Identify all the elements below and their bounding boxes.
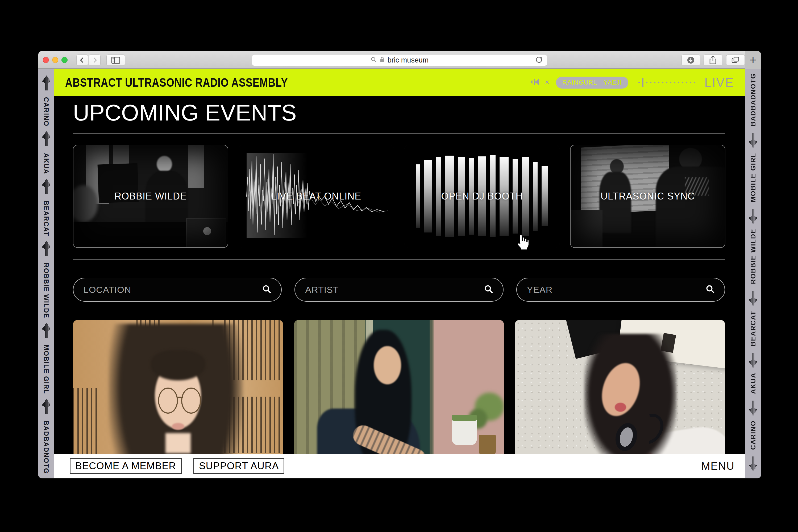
ticker-item: BEARCAT [749,310,757,346]
new-tab-button[interactable]: + [745,51,761,69]
event-card-live-beat-online[interactable]: LIVE BEAT ONLINE [239,145,394,248]
address-bar[interactable]: bric museum [252,54,547,66]
arrow-down-icon [749,131,757,148]
now-playing-pill[interactable]: RAINGURL - YAEJI [556,77,628,89]
sidebar-toggle-button[interactable] [107,55,125,66]
artist-photo-1[interactable] [73,320,283,454]
speaker-icon[interactable] [531,77,542,88]
page-viewport: ABSTRACT ULTRASONIC RADIO ASSEMBLY ✕ RAI… [38,69,761,478]
artist-photo-2[interactable] [294,320,504,454]
forward-button[interactable] [89,55,100,66]
downloads-button[interactable] [682,55,700,66]
ticker-item: AKUA [42,153,50,174]
arrow-down-icon [749,398,757,416]
back-button[interactable] [76,55,88,66]
event-card-ultrasonic-sync[interactable]: ULTRASONIC SYNC [570,145,725,248]
progress-dots[interactable] [639,78,695,87]
chevron-left-icon [79,57,86,63]
main-content: UPCOMING EVENTS ROBBIE WILDE [73,69,725,478]
search-icon[interactable] [484,284,493,295]
download-icon [686,56,695,65]
chevron-right-icon [91,57,98,63]
sidebar-panel-icon [110,55,121,65]
year-filter [516,278,725,302]
share-icon [708,55,717,65]
ticker-item: ROBBIE WILDE [749,228,757,284]
arrow-down-icon [749,207,757,224]
ticker-item: AKUA [749,373,757,394]
close-window-button[interactable] [43,57,49,63]
year-input[interactable] [527,284,705,295]
arrow-up-icon [42,241,50,258]
event-card-label: ROBBIE WILDE [73,145,228,247]
tabs-icon [731,56,740,65]
arrow-up-icon [42,399,50,416]
ticker-item: BEARCAT [42,201,50,236]
reload-icon[interactable] [535,56,543,65]
ticker-item: CARINO [42,97,50,127]
location-input[interactable] [83,284,262,295]
event-card-label: ULTRASONIC SYNC [571,145,725,247]
player-controls: ✕ RAINGURL - YAEJI LIVE [531,75,734,90]
arrow-up-icon [42,131,50,148]
artist-photo-row [73,320,725,454]
hand-cursor [514,234,529,251]
ticker-item: MOBILE GIRL [42,345,50,394]
ticker-item: ROBBIE WILDE [42,263,50,318]
window-controls [43,51,68,69]
site-title: ABSTRACT ULTRASONIC RADIO ASSEMBLY [65,75,288,90]
mute-x-icon: ✕ [545,79,550,86]
become-member-button[interactable]: BECOME A MEMBER [70,458,182,474]
artist-filter [294,278,503,302]
divider [73,259,725,260]
location-filter [73,278,282,302]
search-icon[interactable] [262,284,271,295]
ticker-sidebar-right: CARINO AKUA BEARCAT ROBBIE WILDE MOBILE … [745,69,761,478]
tab-overview-button[interactable] [726,55,745,66]
event-card-label: OPEN DJ BOOTH [404,145,560,248]
search-icon [370,56,377,64]
plus-icon: + [749,53,757,67]
browser-window: bric museum [38,51,761,478]
arrow-down-icon [749,350,757,368]
divider [73,133,725,134]
footer-bar: BECOME A MEMBER SUPPORT AURA MENU [38,454,761,478]
arrow-up-icon [42,75,50,93]
ticker-item: BADBADNOTG [749,73,757,126]
support-aura-button[interactable]: SUPPORT AURA [193,458,285,474]
minimize-window-button[interactable] [52,57,58,63]
artist-input[interactable] [305,284,483,295]
browser-toolbar: bric museum [38,51,761,69]
artist-photo-3[interactable] [515,320,725,454]
ticker-sidebar-left: CARINO AKUA BEARCAT ROBBIE WILDE MOBILE … [38,69,54,478]
desktop: { "browser": { "address": "bric museum",… [0,0,798,532]
filter-row [73,278,725,302]
ticker-item: MOBILE GIRL [749,153,757,202]
share-button[interactable] [704,55,722,66]
arrow-up-icon [42,323,50,340]
live-badge: LIVE [704,75,734,90]
menu-button[interactable]: MENU [701,460,735,472]
arrow-down-icon [749,454,757,472]
event-card-label: LIVE BEAT ONLINE [239,145,394,248]
ticker-item: BADBADNOTG [42,421,50,474]
search-icon[interactable] [705,284,715,295]
event-card-robbie-wilde[interactable]: ROBBIE WILDE [73,145,228,248]
arrow-down-icon [749,289,757,306]
page-title: UPCOMING EVENTS [73,99,297,126]
event-card-row: ROBBIE WILDE [73,145,725,248]
ticker-item: CARINO [749,421,757,450]
event-card-open-dj-booth[interactable]: OPEN DJ BOOTH [404,145,560,248]
address-text: bric museum [387,56,429,64]
lock-icon [380,56,385,64]
radio-banner: ABSTRACT ULTRASONIC RADIO ASSEMBLY ✕ RAI… [54,69,745,96]
arrow-up-icon [42,179,50,196]
zoom-window-button[interactable] [61,57,68,63]
